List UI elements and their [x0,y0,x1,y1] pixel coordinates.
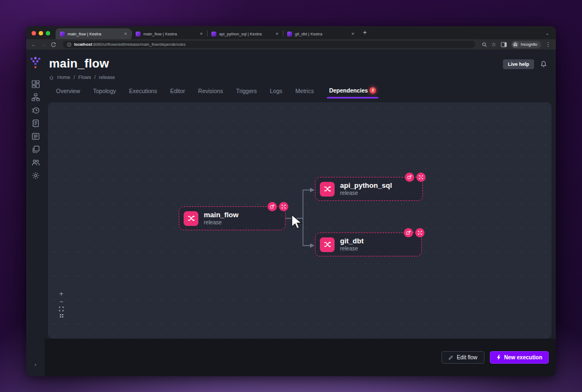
home-icon [49,75,54,80]
bolt-icon [496,354,501,360]
browser-tab-main-flow-active[interactable]: main_flow | Kestra × [56,28,131,39]
chevron-down-icon[interactable]: ⌄ [545,31,549,35]
incognito-label: Incognito [521,42,537,47]
expand-dependencies-button[interactable] [416,173,426,182]
breadcrumb: Home / Flows / release [49,75,115,80]
tab-revisions[interactable]: Revisions [198,88,223,99]
node-namespace: release [340,245,363,252]
menu-icon[interactable]: ⋮ [545,41,551,47]
executions-icon [32,106,40,114]
breadcrumb-separator: / [74,75,75,80]
tab-editor[interactable]: Editor [170,88,185,99]
canvas-controls: + − [59,291,64,318]
breadcrumb-flows[interactable]: Flows [78,75,92,80]
info-icon[interactable] [67,42,71,47]
sidebar-item-logs[interactable] [26,117,45,130]
search-icon[interactable] [482,42,487,47]
chevron-right-icon[interactable]: › [26,361,45,367]
new-tab-button[interactable]: + [363,29,367,36]
sidebar: › [26,50,45,376]
browser-tab-api-python-sql[interactable]: api_python_sql | Kestra × [207,28,283,39]
tab-topology[interactable]: Topology [93,88,116,99]
reload-icon[interactable] [51,42,56,47]
tab-title: main_flow | Kestra [68,32,122,36]
tab-title: main_flow | Kestra [143,32,197,36]
minimize-window-button[interactable] [39,31,43,35]
zoom-in-button[interactable]: + [59,291,63,297]
sidebar-item-administration[interactable] [26,156,45,169]
live-help-button[interactable]: Live help [503,59,534,69]
close-icon[interactable]: × [124,32,127,36]
close-window-button[interactable] [32,31,36,35]
url-host: localhost [74,42,92,47]
kestra-favicon [60,32,65,36]
mouse-cursor [291,214,302,230]
toggle-grid-button[interactable] [59,314,64,318]
new-execution-button[interactable]: New execution [490,351,549,364]
zoom-window-button[interactable] [46,31,50,35]
tab-dependencies[interactable]: Dependencies2 [327,87,378,99]
dependency-graph-canvas[interactable]: main_flow release api [48,102,551,339]
blueprints-icon [32,145,40,154]
browser-tab-main-flow[interactable]: main_flow | Kestra × [131,28,207,39]
zoom-out-button[interactable]: − [59,299,63,304]
sidebar-item-flows[interactable] [26,90,45,103]
graph-node-api-python-sql[interactable]: api_python_sql release [315,177,423,201]
administration-icon [32,158,40,167]
flow-node-icon [320,182,335,197]
bell-icon[interactable] [540,60,547,68]
logs-icon [32,119,40,127]
browser-tabstrip: main_flow | Kestra × main_flow | Kestra … [26,26,556,39]
url-bar[interactable]: localhost:8080/ui/flows/edit/release/mai… [63,41,475,48]
close-icon[interactable]: × [351,32,354,36]
flow-action-bar: Edit flow New execution [45,339,556,376]
breadcrumb-home[interactable]: Home [57,75,70,80]
flows-icon [32,93,40,101]
kestra-favicon [136,32,141,36]
page-title: main_flow [49,57,115,71]
browser-window: main_flow | Kestra × main_flow | Kestra … [26,26,556,376]
open-flow-button[interactable] [268,202,277,211]
kestra-favicon [211,32,216,36]
star-icon[interactable]: ☆ [492,42,496,47]
tab-executions[interactable]: Executions [129,88,157,99]
fit-view-button[interactable] [59,307,64,311]
graph-edges [48,102,551,334]
tab-overview[interactable]: Overview [56,88,80,99]
tab-metrics[interactable]: Metrics [295,88,314,99]
sidebar-item-executions[interactable] [26,103,45,117]
sidebar-item-blueprints[interactable] [26,143,45,156]
tab-title: git_dbt | Kestra [295,32,349,36]
kestra-favicon [287,32,292,36]
breadcrumb-namespace[interactable]: release [99,75,116,80]
flow-node-icon [184,211,198,226]
graph-node-git-dbt[interactable]: git_dbt release [315,232,422,256]
close-icon[interactable]: × [276,32,278,36]
dependencies-count-badge: 2 [369,87,376,94]
close-icon[interactable]: × [200,32,203,36]
sidebar-item-namespaces[interactable] [26,130,45,143]
url-path: :8080/ui/flows/edit/release/main_flow/de… [92,42,185,47]
sidebar-item-dashboard[interactable] [26,77,45,90]
graph-node-main-flow[interactable]: main_flow release [179,206,286,230]
browser-tab-git-dbt[interactable]: git_dbt | Kestra × [283,28,359,39]
node-title: git_dbt [340,237,363,245]
edit-flow-button[interactable]: Edit flow [441,351,484,364]
sidebar-item-settings[interactable] [26,169,45,182]
expand-dependencies-button[interactable] [279,202,288,211]
expand-dependencies-button[interactable] [415,228,425,237]
open-flow-button[interactable] [404,228,413,237]
tab-triggers[interactable]: Triggers [236,88,257,99]
node-title: main_flow [204,211,239,219]
forward-icon[interactable]: → [41,42,46,47]
tab-logs[interactable]: Logs [270,88,282,99]
node-namespace: release [340,189,392,197]
flow-node-icon [320,237,335,252]
incognito-badge[interactable]: Incognito [511,41,541,48]
open-flow-button[interactable] [405,173,414,182]
traffic-lights [32,31,50,35]
side-panel-icon[interactable] [501,42,507,47]
settings-icon [32,171,40,180]
back-icon[interactable]: ← [31,42,37,47]
kestra-logo[interactable] [29,57,41,70]
